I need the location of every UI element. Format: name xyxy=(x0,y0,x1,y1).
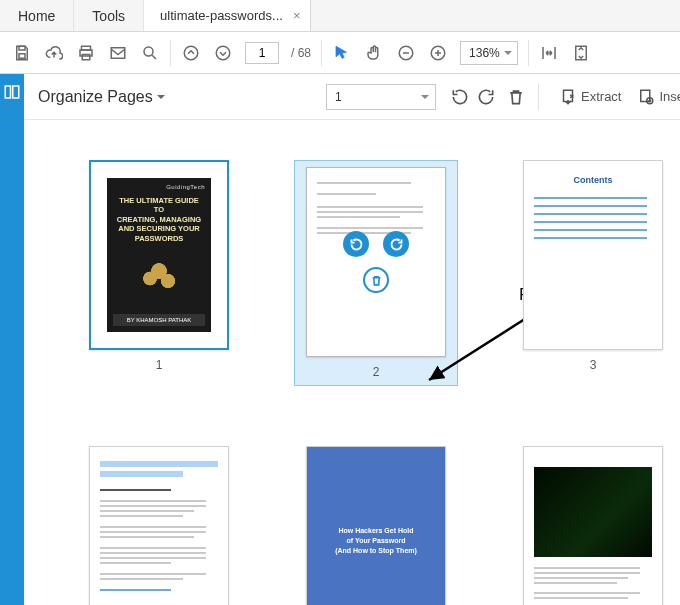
tab-tools[interactable]: Tools xyxy=(74,0,144,31)
prev-page-icon[interactable] xyxy=(181,43,201,63)
thumbnail-grid: Rotate page GuidingTech THE ULTIMATE GUI… xyxy=(24,120,680,605)
fit-page-icon[interactable] xyxy=(571,43,591,63)
organize-rail-icon[interactable] xyxy=(0,80,24,104)
svg-point-6 xyxy=(144,47,153,56)
separator xyxy=(321,40,322,66)
select-tool-icon[interactable] xyxy=(332,43,352,63)
zoom-select[interactable]: 136% xyxy=(460,41,518,65)
tab-document-label: ultimate-passwords... xyxy=(160,8,283,23)
hand-tool-icon[interactable] xyxy=(364,43,384,63)
page-total: / 68 xyxy=(291,46,311,60)
page-thumb-6[interactable]: 6 xyxy=(84,446,234,605)
organize-pages-menu[interactable]: Organize Pages xyxy=(38,88,165,106)
zoom-out-icon[interactable] xyxy=(396,43,416,63)
zoom-value: 136% xyxy=(469,46,500,60)
thumb1-artwork xyxy=(129,251,189,301)
cloud-upload-icon[interactable] xyxy=(44,43,64,63)
tab-home[interactable]: Home xyxy=(0,0,74,31)
separator xyxy=(528,40,529,66)
thumb7-slide-text: How Hackers Get Hold of Your Password (A… xyxy=(307,447,445,605)
rotate-cw-icon[interactable] xyxy=(476,87,496,107)
thumb-number: 3 xyxy=(590,358,597,372)
svg-rect-0 xyxy=(19,46,25,50)
extract-label: Extract xyxy=(581,89,621,104)
search-icon[interactable] xyxy=(140,43,160,63)
thumb-number: 2 xyxy=(373,365,380,379)
svg-rect-12 xyxy=(5,86,10,98)
thumb-rotate-cw-button[interactable] xyxy=(383,231,409,257)
page-range-select[interactable]: 1 xyxy=(326,84,436,110)
svg-point-8 xyxy=(216,46,230,60)
tab-document[interactable]: ultimate-passwords... × xyxy=(144,0,311,31)
thumb-rotate-ccw-button[interactable] xyxy=(343,231,369,257)
organize-pages-label: Organize Pages xyxy=(38,88,153,106)
next-page-icon[interactable] xyxy=(213,43,233,63)
rotate-ccw-icon[interactable] xyxy=(450,87,470,107)
thumb1-author: BY KHAMOSH PATHAK xyxy=(113,314,205,326)
thumb-number: 1 xyxy=(156,358,163,372)
chevron-down-icon xyxy=(157,95,165,103)
thumb3-heading: Contents xyxy=(534,175,652,185)
thumb8-image xyxy=(534,467,652,557)
thumb1-brand: GuidingTech xyxy=(113,184,205,190)
insert-label: Insert xyxy=(659,89,680,104)
extract-button[interactable]: Extract xyxy=(551,88,629,106)
app-tab-bar: Home Tools ultimate-passwords... × xyxy=(0,0,680,32)
left-rail xyxy=(0,74,24,605)
page-thumb-1[interactable]: GuidingTech THE ULTIMATE GUIDE TO CREATI… xyxy=(84,160,234,386)
page-thumb-8[interactable]: 8 xyxy=(518,446,668,605)
page-thumb-2[interactable]: 2 xyxy=(294,160,458,386)
organize-toolbar: Organize Pages 1 Extract xyxy=(24,74,680,120)
svg-rect-5 xyxy=(111,47,125,58)
zoom-in-icon[interactable] xyxy=(428,43,448,63)
page-thumb-7[interactable]: How Hackers Get Hold of Your Password (A… xyxy=(301,446,451,605)
svg-rect-15 xyxy=(641,90,650,101)
svg-rect-13 xyxy=(13,86,19,98)
svg-point-7 xyxy=(184,46,198,60)
close-icon[interactable]: × xyxy=(293,8,301,23)
print-icon[interactable] xyxy=(76,43,96,63)
thumb1-title: THE ULTIMATE GUIDE TO CREATING, MANAGING… xyxy=(113,196,205,243)
save-icon[interactable] xyxy=(12,43,32,63)
thumb-delete-button[interactable] xyxy=(363,267,389,293)
delete-icon[interactable] xyxy=(506,87,526,107)
separator xyxy=(538,84,539,110)
main-toolbar: / 68 136% xyxy=(0,32,680,74)
fit-width-icon[interactable] xyxy=(539,43,559,63)
mail-icon[interactable] xyxy=(108,43,128,63)
insert-button[interactable]: Insert xyxy=(629,88,680,106)
svg-rect-1 xyxy=(19,53,25,58)
separator xyxy=(170,40,171,66)
page-number-input[interactable] xyxy=(245,42,279,64)
page-range-value: 1 xyxy=(335,90,342,104)
